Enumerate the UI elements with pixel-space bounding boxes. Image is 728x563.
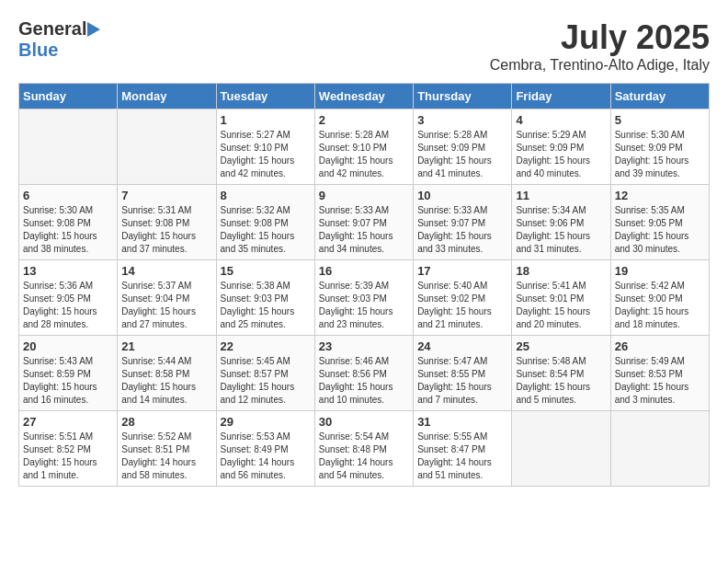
calendar-week-row: 1Sunrise: 5:27 AMSunset: 9:10 PMDaylight…: [19, 109, 710, 185]
day-number: 13: [23, 264, 113, 278]
calendar-day-cell: 24Sunrise: 5:47 AMSunset: 8:55 PMDayligh…: [414, 336, 512, 411]
calendar-day-header: Saturday: [610, 84, 709, 109]
day-number: 10: [417, 189, 507, 202]
calendar-day-cell: 31Sunrise: 5:55 AMSunset: 8:47 PMDayligh…: [414, 411, 512, 487]
day-info: Sunrise: 5:55 AMSunset: 8:47 PMDaylight:…: [417, 431, 507, 482]
logo-arrow-icon: [87, 22, 100, 37]
day-info: Sunrise: 5:33 AMSunset: 9:07 PMDaylight:…: [319, 204, 409, 256]
calendar-day-cell: 10Sunrise: 5:33 AMSunset: 9:07 PMDayligh…: [414, 185, 512, 260]
day-number: 26: [615, 339, 705, 353]
calendar-day-cell: 9Sunrise: 5:33 AMSunset: 9:07 PMDaylight…: [314, 185, 413, 260]
day-number: 23: [319, 339, 409, 353]
logo-blue: Blue: [18, 40, 58, 60]
day-number: 25: [516, 339, 606, 353]
calendar-day-cell: 4Sunrise: 5:29 AMSunset: 9:09 PMDaylight…: [512, 109, 610, 185]
calendar-day-cell: 2Sunrise: 5:28 AMSunset: 9:10 PMDaylight…: [314, 109, 413, 185]
calendar-day-cell: 15Sunrise: 5:38 AMSunset: 9:03 PMDayligh…: [216, 260, 314, 336]
day-info: Sunrise: 5:48 AMSunset: 8:54 PMDaylight:…: [516, 355, 606, 407]
day-number: 17: [417, 264, 507, 278]
day-number: 1: [221, 113, 311, 127]
title-area: July 2025 Cembra, Trentino-Alto Adige, I…: [490, 18, 710, 74]
day-info: Sunrise: 5:30 AMSunset: 9:08 PMDaylight:…: [23, 204, 113, 256]
day-info: Sunrise: 5:47 AMSunset: 8:55 PMDaylight:…: [417, 355, 507, 407]
location-title: Cembra, Trentino-Alto Adige, Italy: [490, 57, 710, 74]
day-info: Sunrise: 5:32 AMSunset: 9:08 PMDaylight:…: [221, 204, 311, 256]
calendar-day-header: Friday: [512, 84, 610, 109]
calendar-day-cell: 22Sunrise: 5:45 AMSunset: 8:57 PMDayligh…: [216, 336, 314, 411]
calendar-day-header: Sunday: [19, 84, 118, 109]
calendar-week-row: 13Sunrise: 5:36 AMSunset: 9:05 PMDayligh…: [19, 260, 710, 336]
calendar-day-header: Monday: [118, 84, 216, 109]
calendar-day-cell: 5Sunrise: 5:30 AMSunset: 9:09 PMDaylight…: [610, 109, 709, 185]
calendar-day-cell: 7Sunrise: 5:31 AMSunset: 9:08 PMDaylight…: [118, 185, 216, 260]
day-info: Sunrise: 5:39 AMSunset: 9:03 PMDaylight:…: [319, 280, 409, 331]
day-info: Sunrise: 5:45 AMSunset: 8:57 PMDaylight:…: [221, 355, 311, 407]
day-number: 3: [417, 113, 507, 127]
day-number: 14: [121, 264, 211, 278]
calendar-day-cell: [512, 411, 610, 487]
calendar-day-cell: 19Sunrise: 5:42 AMSunset: 9:00 PMDayligh…: [610, 260, 709, 336]
calendar-day-cell: 21Sunrise: 5:44 AMSunset: 8:58 PMDayligh…: [118, 336, 216, 411]
calendar-day-cell: 18Sunrise: 5:41 AMSunset: 9:01 PMDayligh…: [512, 260, 610, 336]
day-info: Sunrise: 5:27 AMSunset: 9:10 PMDaylight:…: [221, 129, 311, 180]
calendar-day-cell: 23Sunrise: 5:46 AMSunset: 8:56 PMDayligh…: [314, 336, 413, 411]
day-info: Sunrise: 5:51 AMSunset: 8:52 PMDaylight:…: [23, 431, 113, 482]
day-info: Sunrise: 5:49 AMSunset: 8:53 PMDaylight:…: [615, 355, 705, 407]
calendar-day-cell: 16Sunrise: 5:39 AMSunset: 9:03 PMDayligh…: [314, 260, 413, 336]
day-info: Sunrise: 5:29 AMSunset: 9:09 PMDaylight:…: [516, 129, 606, 180]
calendar-day-cell: 14Sunrise: 5:37 AMSunset: 9:04 PMDayligh…: [118, 260, 216, 336]
day-number: 24: [417, 339, 507, 353]
day-info: Sunrise: 5:38 AMSunset: 9:03 PMDaylight:…: [221, 280, 311, 331]
day-info: Sunrise: 5:35 AMSunset: 9:05 PMDaylight:…: [615, 204, 705, 256]
day-info: Sunrise: 5:34 AMSunset: 9:06 PMDaylight:…: [516, 204, 606, 256]
day-number: 12: [615, 189, 705, 202]
page-header: General Blue July 2025 Cembra, Trentino-…: [18, 18, 710, 74]
calendar-day-cell: 26Sunrise: 5:49 AMSunset: 8:53 PMDayligh…: [610, 336, 709, 411]
day-number: 18: [516, 264, 606, 278]
calendar-table: SundayMondayTuesdayWednesdayThursdayFrid…: [18, 83, 710, 487]
day-number: 5: [615, 113, 705, 127]
day-number: 29: [221, 415, 311, 429]
day-info: Sunrise: 5:37 AMSunset: 9:04 PMDaylight:…: [121, 280, 211, 331]
logo: General Blue: [18, 18, 100, 61]
day-number: 16: [319, 264, 409, 278]
day-number: 7: [121, 189, 211, 202]
calendar-day-cell: [19, 109, 118, 185]
day-info: Sunrise: 5:44 AMSunset: 8:58 PMDaylight:…: [121, 355, 211, 407]
day-number: 19: [615, 264, 705, 278]
day-number: 4: [516, 113, 606, 127]
day-number: 30: [319, 415, 409, 429]
calendar-day-cell: 6Sunrise: 5:30 AMSunset: 9:08 PMDaylight…: [19, 185, 118, 260]
calendar-day-cell: 30Sunrise: 5:54 AMSunset: 8:48 PMDayligh…: [314, 411, 413, 487]
month-title: July 2025: [490, 18, 710, 57]
calendar-day-cell: 20Sunrise: 5:43 AMSunset: 8:59 PMDayligh…: [19, 336, 118, 411]
calendar-day-cell: 13Sunrise: 5:36 AMSunset: 9:05 PMDayligh…: [19, 260, 118, 336]
day-number: 8: [221, 189, 311, 202]
calendar-day-cell: 1Sunrise: 5:27 AMSunset: 9:10 PMDaylight…: [216, 109, 314, 185]
calendar-week-row: 6Sunrise: 5:30 AMSunset: 9:08 PMDaylight…: [19, 185, 710, 260]
calendar-day-header: Thursday: [414, 84, 512, 109]
day-info: Sunrise: 5:33 AMSunset: 9:07 PMDaylight:…: [417, 204, 507, 256]
calendar-day-cell: 11Sunrise: 5:34 AMSunset: 9:06 PMDayligh…: [512, 185, 610, 260]
calendar-day-cell: 29Sunrise: 5:53 AMSunset: 8:49 PMDayligh…: [216, 411, 314, 487]
calendar-day-header: Wednesday: [314, 84, 413, 109]
day-info: Sunrise: 5:36 AMSunset: 9:05 PMDaylight:…: [23, 280, 113, 331]
calendar-day-cell: 3Sunrise: 5:28 AMSunset: 9:09 PMDaylight…: [414, 109, 512, 185]
day-info: Sunrise: 5:31 AMSunset: 9:08 PMDaylight:…: [121, 204, 211, 256]
calendar-day-cell: 8Sunrise: 5:32 AMSunset: 9:08 PMDaylight…: [216, 185, 314, 260]
calendar-day-cell: 27Sunrise: 5:51 AMSunset: 8:52 PMDayligh…: [19, 411, 118, 487]
day-info: Sunrise: 5:28 AMSunset: 9:10 PMDaylight:…: [319, 129, 409, 180]
logo-general: General: [18, 18, 86, 40]
day-info: Sunrise: 5:42 AMSunset: 9:00 PMDaylight:…: [615, 280, 705, 331]
calendar-week-row: 27Sunrise: 5:51 AMSunset: 8:52 PMDayligh…: [19, 411, 710, 487]
day-info: Sunrise: 5:46 AMSunset: 8:56 PMDaylight:…: [319, 355, 409, 407]
day-info: Sunrise: 5:53 AMSunset: 8:49 PMDaylight:…: [221, 431, 311, 482]
calendar-day-cell: [610, 411, 709, 487]
day-number: 31: [417, 415, 507, 429]
day-number: 11: [516, 189, 606, 202]
day-info: Sunrise: 5:41 AMSunset: 9:01 PMDaylight:…: [516, 280, 606, 331]
day-number: 9: [319, 189, 409, 202]
day-info: Sunrise: 5:30 AMSunset: 9:09 PMDaylight:…: [615, 129, 705, 180]
calendar-day-cell: 17Sunrise: 5:40 AMSunset: 9:02 PMDayligh…: [414, 260, 512, 336]
day-info: Sunrise: 5:52 AMSunset: 8:51 PMDaylight:…: [121, 431, 211, 482]
